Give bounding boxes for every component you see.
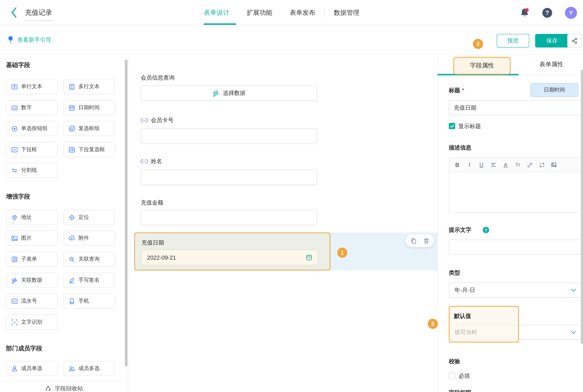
panel-scrollbar[interactable] xyxy=(581,70,583,344)
number-icon: 123 xyxy=(11,104,18,111)
sidebar-scrollbar[interactable] xyxy=(125,60,128,366)
name-input[interactable] xyxy=(141,170,317,185)
default-value-select[interactable]: 填写当时 xyxy=(449,325,582,340)
required-asterisk: * xyxy=(462,87,464,94)
type-select-value: 年-月-日 xyxy=(454,286,475,294)
tab-form-properties[interactable]: 表单属性 xyxy=(539,61,563,69)
field-permission-label-partial: 字段权限 xyxy=(449,389,471,392)
pill-divider xyxy=(420,237,420,244)
annotation-badge-1: 1 xyxy=(337,248,347,258)
field-btn-select[interactable]: 下拉框 xyxy=(6,142,58,157)
field-btn-multi-text[interactable]: 多行文本 xyxy=(63,79,115,94)
hint-help-icon[interactable]: ? xyxy=(483,227,489,233)
copy-field-icon[interactable] xyxy=(410,238,417,244)
field-btn-serial-number[interactable]: NO. 流水号 xyxy=(6,294,58,308)
title-input[interactable] xyxy=(449,100,582,115)
description-editor[interactable]: B I U A Tт xyxy=(449,158,582,213)
active-tab-underline xyxy=(204,23,236,25)
show-title-checkbox[interactable] xyxy=(449,123,455,129)
field-btn-address[interactable]: 地址 xyxy=(6,210,58,225)
selected-date-field-card[interactable]: 充值日期 2022-09-21 xyxy=(134,232,330,270)
unlink-icon[interactable] xyxy=(538,162,545,168)
avatar[interactable]: Y xyxy=(565,7,577,19)
underline-icon[interactable]: U xyxy=(478,162,485,168)
field-recycle-bin[interactable]: 字段回收站 xyxy=(0,385,128,392)
field-btn-signature[interactable]: 手写签名 xyxy=(63,273,115,288)
canvas-field-label-date: 充值日期 xyxy=(141,239,164,246)
field-btn-location[interactable]: 定位 xyxy=(63,210,115,225)
tab-data-management[interactable]: 数据管理 xyxy=(334,8,360,17)
signature-icon xyxy=(69,277,75,284)
tab-form-publish[interactable]: 表单发布 xyxy=(289,8,315,17)
link-icon[interactable] xyxy=(526,162,533,168)
tab-divider xyxy=(324,8,325,17)
default-value-label: 默认值 xyxy=(454,313,471,320)
address-icon xyxy=(11,214,18,220)
field-btn-linked-data[interactable]: 关联数据 xyxy=(6,273,58,288)
canvas-field-label-name: 姓名 xyxy=(141,158,162,165)
back-chevron-icon xyxy=(10,7,18,18)
field-btn-linked-query[interactable]: 关联查询 xyxy=(63,252,115,267)
bold-icon[interactable]: B xyxy=(454,162,460,168)
svg-text:A: A xyxy=(14,320,16,324)
share-button[interactable] xyxy=(567,34,581,48)
phone-icon xyxy=(69,298,75,304)
recycle-icon xyxy=(45,385,51,392)
font-color-icon[interactable]: A xyxy=(502,162,509,168)
field-btn-label: 数字 xyxy=(21,104,32,111)
field-btn-label: 成员多选 xyxy=(79,365,100,372)
field-btn-phone[interactable]: 手机 xyxy=(63,294,115,308)
help-icon[interactable]: ? xyxy=(542,8,552,18)
field-btn-member-multi[interactable]: 成员多选 xyxy=(63,361,115,376)
tab-form-design[interactable]: 表单设计 xyxy=(204,8,229,17)
insert-image-icon[interactable] xyxy=(551,162,557,168)
required-checkbox[interactable] xyxy=(449,373,455,379)
save-button[interactable]: 保存 xyxy=(535,34,569,48)
field-btn-attachment[interactable]: 附件 xyxy=(63,230,115,246)
form-designer-app: 充值记录 表单设计 扩展功能 表单发布 数据管理 ? Y 查看新手引导 2 预览… xyxy=(0,0,583,392)
top-bar: 充值记录 表单设计 扩展功能 表单发布 数据管理 ? Y xyxy=(0,0,583,25)
tab-extensions[interactable]: 扩展功能 xyxy=(246,8,272,17)
hint-input[interactable] xyxy=(449,240,582,255)
multi-select-icon xyxy=(69,146,75,153)
editor-toolbar: B I U A Tт xyxy=(449,158,581,172)
field-btn-number[interactable]: 123 数字 xyxy=(6,100,58,115)
field-btn-label: 单选按钮组 xyxy=(21,125,48,132)
hint-label: 提示文字 xyxy=(449,226,471,234)
notification-bell-icon[interactable] xyxy=(520,8,529,18)
font-size-icon[interactable]: Tт xyxy=(514,162,521,168)
newbie-guide-link[interactable]: 查看新手引导 xyxy=(8,36,51,44)
date-input[interactable]: 2022-09-21 xyxy=(141,250,318,265)
back-button[interactable] xyxy=(10,7,18,18)
tab-field-properties[interactable]: 字段属性 xyxy=(453,57,511,74)
datetime-icon xyxy=(69,104,75,111)
field-btn-member-single[interactable]: 成员单选 xyxy=(6,361,58,376)
field-btn-datetime[interactable]: 日期时间 xyxy=(63,100,115,115)
canvas-field-label-member-card: 会员卡号 xyxy=(141,117,173,124)
field-btn-single-text[interactable]: 单行文本 xyxy=(6,79,58,94)
preview-button[interactable]: 预览 xyxy=(497,34,529,48)
field-btn-divider[interactable]: 分割线 xyxy=(6,163,58,178)
align-icon[interactable] xyxy=(490,162,497,168)
field-btn-subform[interactable]: 子表单 xyxy=(6,252,58,267)
field-btn-ocr[interactable]: A 文字识别 xyxy=(6,315,58,330)
field-btn-multi-select[interactable]: 下拉复选框 xyxy=(63,142,115,157)
field-btn-label: 多行文本 xyxy=(79,83,100,90)
amount-input[interactable] xyxy=(141,210,317,225)
show-title-label: 显示标题 xyxy=(458,123,481,130)
field-btn-label: 成员单选 xyxy=(21,365,42,372)
select-data-icon xyxy=(212,90,219,97)
description-editor-body[interactable] xyxy=(449,172,581,213)
select-data-button[interactable]: 选择数据 xyxy=(141,86,317,101)
default-value-text: 填写当时 xyxy=(454,329,477,336)
member-card-input[interactable] xyxy=(141,128,317,144)
chevron-down-icon xyxy=(571,330,576,334)
italic-icon[interactable]: I xyxy=(466,162,472,168)
field-btn-radio-group[interactable]: 单选按钮组 xyxy=(6,121,58,136)
field-btn-image[interactable]: 图片 xyxy=(6,230,58,246)
single-text-icon xyxy=(11,84,18,90)
field-btn-checkbox-group[interactable]: 复选框组 xyxy=(63,121,115,136)
delete-field-icon[interactable] xyxy=(423,238,429,244)
field-btn-label: 关联查询 xyxy=(79,256,100,262)
type-select[interactable]: 年-月-日 xyxy=(449,283,582,298)
